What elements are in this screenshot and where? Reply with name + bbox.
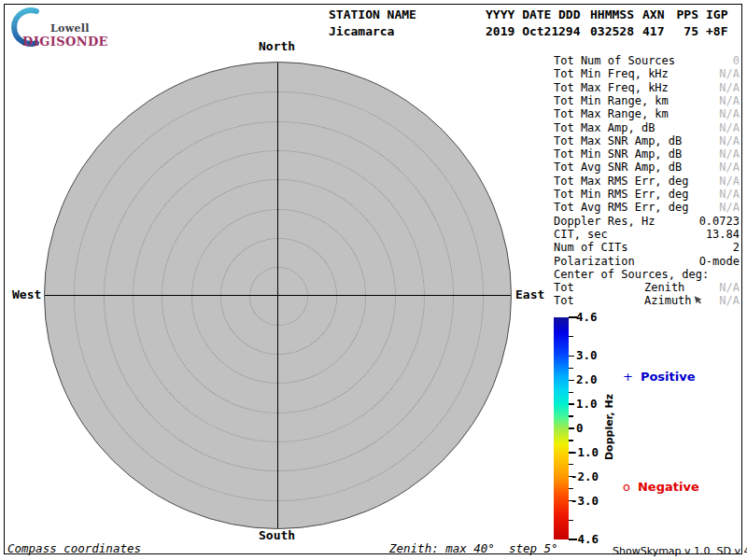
colorbar-tick [569, 380, 574, 381]
colorbar-minor-tick [569, 336, 573, 337]
colorbar-tick-label: -2.0 [571, 470, 599, 483]
stat-label: Tot Min Range, km [554, 94, 669, 107]
stat-row: Doppler Res, Hz0.0723 [554, 215, 740, 228]
stat-label: Tot Min RMS Err, deg [554, 188, 689, 201]
logo-text-lowell: Lowell [50, 22, 90, 35]
stat-row: Tot Max Range, kmN/A [554, 107, 740, 120]
stat-row: Tot Max Freq, kHzN/A [554, 81, 740, 94]
stat-value: N/A [719, 175, 740, 188]
colorbar-tick-label: 2.0 [576, 373, 598, 386]
negative-symbol-icon: o [623, 480, 630, 494]
positive-symbol-icon: + [623, 370, 633, 384]
stat-row: Tot Avg SNR Amp, dBN/A [554, 161, 740, 174]
header-col-value-1: 2019 Oct21 [486, 24, 564, 38]
skymap-window: Lowell DIGISONDE STATION NAMEJicamarcaYY… [0, 0, 747, 560]
colorbar-tick-label: 4.6 [576, 311, 598, 324]
stat-row: TotAzimuthN/A [554, 294, 740, 307]
stat-sublabel: Azimuth [644, 294, 692, 307]
stat-row: Tot Min SNR Amp, dBN/A [554, 147, 740, 161]
measurement-stats-panel: Tot Num of Sources0Tot Min Freq, kHzN/AT… [554, 54, 740, 315]
stat-label: Tot Min Freq, kHz [554, 67, 669, 80]
colorbar-minor-tick [569, 368, 573, 369]
legend-label: Negative [638, 480, 699, 494]
stat-label: Polarization [554, 255, 635, 268]
stat-row: Tot Min RMS Err, degN/A [554, 188, 740, 201]
stat-label: Tot Max SNR Amp, dB [554, 134, 682, 147]
software-version-label: ShowSkymap v 1.0 SD v 4.2 [613, 545, 747, 557]
stat-label: CIT, sec [554, 228, 608, 241]
stat-row: Num of CITs2 [554, 241, 740, 254]
mouse-cursor [695, 295, 704, 308]
stat-value: N/A [719, 201, 740, 214]
stat-value: N/A [719, 107, 740, 120]
stat-value: 0.0723 [699, 215, 740, 228]
stat-sublabel: Zenith [644, 281, 684, 294]
stat-value: N/A [719, 67, 740, 80]
stat-label: Tot [554, 281, 574, 294]
stat-row: Tot Num of Sources0 [554, 54, 740, 67]
colorbar-tick [569, 403, 574, 404]
stat-label: Tot [554, 294, 574, 307]
stat-label: Num of CITs [554, 241, 627, 254]
colorbar-ticks: 4.63.02.01.00-1.0-2.0-3.0-4.6 [569, 317, 625, 539]
stat-row: Tot Max RMS Err, degN/A [554, 175, 740, 188]
stat-value: N/A [719, 81, 740, 94]
header-col-label-1: YYYY DATE [486, 7, 564, 21]
stat-value: N/A [719, 281, 740, 294]
stat-label: Tot Avg RMS Err, deg [554, 201, 689, 214]
compass-label-east: East [515, 287, 544, 301]
header-col-label-6: IGP [706, 7, 734, 21]
stat-value: 13.84 [706, 228, 740, 241]
legend-negative: oNegative [623, 480, 699, 494]
colorbar-minor-tick [569, 464, 573, 465]
lowell-digisonde-logo: Lowell DIGISONDE [7, 6, 120, 49]
stat-label: Doppler Res, Hz [554, 215, 655, 228]
header-col-label-3: HHMMSS [590, 7, 637, 21]
stat-value: 0 [733, 54, 740, 67]
crosshair-horizontal [45, 295, 511, 296]
stat-value: 2 [733, 241, 740, 254]
legend-label: Positive [641, 370, 696, 384]
colorbar-tick-label: -3.0 [571, 495, 599, 508]
stat-label: Tot Min SNR Amp, dB [554, 147, 682, 161]
header-col-value-2: 294 [558, 24, 586, 38]
stat-label: Tot Avg SNR Amp, dB [554, 161, 682, 174]
stat-row: TotZenithN/A [554, 281, 740, 294]
colorbar-tick-label: 1.0 [576, 398, 598, 411]
colorbar-tick [569, 356, 574, 357]
header-col-value-5: 75 [659, 24, 698, 38]
stat-row: Tot Avg RMS Err, degN/A [554, 201, 740, 214]
stat-row: Tot Min Freq, kHzN/A [554, 67, 740, 80]
header-col-label-0: STATION NAME [329, 7, 478, 21]
logo-text-digisonde: DIGISONDE [22, 35, 108, 49]
header-col-value-6: +8F [706, 24, 734, 38]
stat-value: N/A [719, 134, 740, 147]
compass-label-north: North [259, 39, 295, 53]
header-col-value-0: Jicamarca [329, 24, 478, 38]
stat-label: Tot Num of Sources [554, 54, 675, 67]
stat-value: N/A [719, 161, 740, 174]
colorbar-axis-label: Doppler, Hz [603, 393, 615, 462]
stat-label: Tot Max Range, km [554, 107, 669, 120]
doppler-colorbar [554, 317, 569, 539]
compass-label-south: South [259, 528, 295, 542]
stat-row: Tot Min Range, kmN/A [554, 94, 740, 107]
colorbar-minor-tick [569, 392, 573, 393]
stat-label: Tot Max RMS Err, deg [554, 175, 689, 188]
colorbar-minor-tick [569, 415, 573, 416]
colorbar-tick [569, 427, 574, 428]
legend-positive: +Positive [623, 370, 696, 384]
skymap-plot [44, 62, 512, 529]
colorbar-tick-label: -4.6 [571, 533, 599, 546]
header-col-label-2: DDD [558, 7, 586, 21]
stat-label: Tot Max Amp, dB [554, 121, 655, 134]
header-col-value-3: 032528 [590, 24, 637, 38]
colorbar-tick-label: -1.0 [571, 446, 599, 459]
stat-row: Tot Max SNR Amp, dBN/A [554, 134, 740, 147]
header-col-label-5: PPS [659, 7, 698, 21]
colorbar-minor-tick [569, 440, 573, 441]
colorbar-tick-label: 3.0 [576, 349, 598, 362]
stat-value: N/A [719, 147, 740, 161]
compass-label-west: West [12, 287, 41, 301]
colorbar-minor-tick [569, 520, 573, 521]
